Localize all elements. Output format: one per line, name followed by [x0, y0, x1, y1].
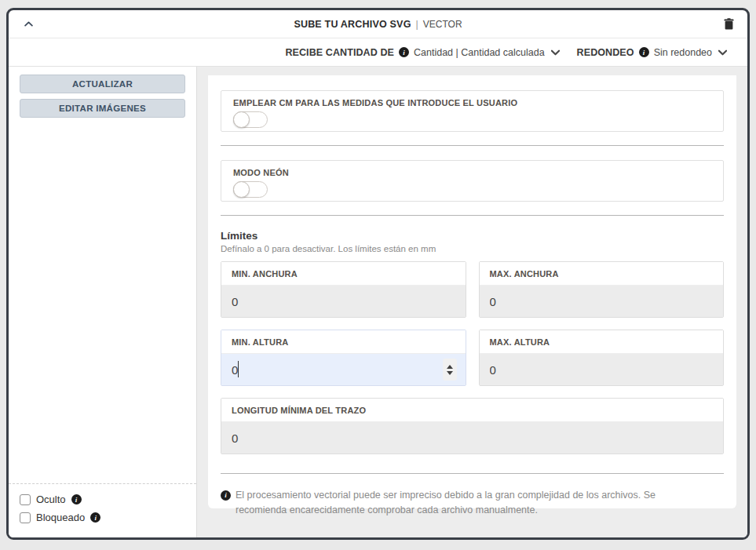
rounding-dropdown[interactable]: REDONDEO i Sin redondeo: [577, 47, 727, 58]
collapse-button[interactable]: [20, 16, 37, 33]
limits-subtitle: Defínalo a 0 para desactivar. Los límite…: [221, 244, 724, 253]
max-width-field: MAX. ANCHURA: [479, 261, 725, 318]
rounding-value: Sin redondeo: [654, 47, 712, 58]
neon-mode-toggle[interactable]: [233, 181, 268, 198]
min-width-input-wrap: [221, 286, 466, 317]
divider: [221, 145, 724, 146]
use-cm-toggle-label: EMPLEAR CM PARA LAS MEDIDAS QUE INTRODUC…: [233, 98, 711, 107]
delete-button[interactable]: [721, 16, 736, 33]
info-icon[interactable]: i: [639, 47, 649, 57]
text-cursor: [238, 361, 239, 377]
neon-mode-toggle-card: MODO NEÓN: [221, 160, 724, 202]
rounding-label: REDONDEO: [577, 47, 634, 58]
locked-checkbox-label: Bloqueado: [36, 512, 85, 523]
sidebar: ACTUALIZAR EDITAR IMÁGENES Oculto i Bloq…: [9, 67, 197, 537]
number-stepper[interactable]: [443, 359, 457, 381]
dialog-title-separator: |: [416, 19, 418, 30]
chevron-down-icon: [718, 49, 727, 56]
quantity-source-value: Cantidad | Cantidad calculada: [414, 47, 545, 58]
min-stroke-length-input[interactable]: [221, 422, 723, 453]
title-bar: SUBE TU ARCHIVO SVG | VECTOR: [9, 10, 747, 38]
use-cm-toggle[interactable]: [233, 111, 268, 128]
limits-fields-grid: MIN. ANCHURA MAX. ANCHURA MIN. ALTURA: [221, 261, 724, 454]
min-stroke-length-field: LONGITUD MÍNIMA DEL TRAZO: [221, 398, 724, 454]
edit-images-button[interactable]: EDITAR IMÁGENES: [20, 99, 185, 118]
min-stroke-length-label: LONGITUD MÍNIMA DEL TRAZO: [221, 399, 723, 422]
sidebar-checkboxes: Oculto i Bloqueado i: [9, 484, 196, 537]
chevron-down-icon: [551, 49, 560, 56]
min-width-field: MIN. ANCHURA: [221, 261, 466, 318]
stepper-down-icon: [447, 371, 453, 375]
options-toolbar: RECIBE CANTIDAD DE i Cantidad | Cantidad…: [9, 38, 747, 67]
min-width-label: MIN. ANCHURA: [221, 262, 466, 286]
dialog-title-main: SUBE TU ARCHIVO SVG: [294, 19, 411, 30]
trash-icon: [724, 18, 734, 30]
sidebar-spacer: [9, 123, 196, 483]
upload-svg-dialog: SUBE TU ARCHIVO SVG | VECTOR RECIBE CANT…: [6, 8, 750, 540]
dialog-title: SUBE TU ARCHIVO SVG | VECTOR: [9, 10, 747, 38]
min-height-field: MIN. ALTURA: [221, 330, 466, 386]
max-height-input[interactable]: [480, 354, 724, 385]
min-height-input-wrap: [221, 354, 466, 385]
min-stroke-length-input-wrap: [221, 422, 723, 453]
max-height-field: MAX. ALTURA: [479, 330, 725, 386]
locked-checkbox-row[interactable]: Bloqueado i: [20, 512, 185, 523]
update-button[interactable]: ACTUALIZAR: [20, 75, 185, 93]
min-height-label: MIN. ALTURA: [221, 330, 466, 354]
max-height-input-wrap: [480, 354, 724, 385]
chevron-up-icon: [24, 21, 33, 27]
info-icon[interactable]: i: [399, 47, 409, 57]
toggle-knob: [233, 111, 250, 128]
hidden-checkbox-row[interactable]: Oculto i: [20, 494, 185, 505]
min-height-input[interactable]: [221, 354, 466, 385]
divider: [221, 473, 724, 474]
main-area: EMPLEAR CM PARA LAS MEDIDAS QUE INTRODUC…: [197, 67, 747, 537]
divider: [221, 215, 724, 216]
use-cm-toggle-card: EMPLEAR CM PARA LAS MEDIDAS QUE INTRODUC…: [221, 90, 724, 132]
hidden-checkbox[interactable]: [20, 494, 31, 505]
neon-mode-toggle-label: MODO NEÓN: [233, 168, 711, 177]
max-width-label: MAX. ANCHURA: [480, 262, 724, 286]
max-width-input[interactable]: [480, 286, 724, 317]
quantity-source-label: RECIBE CANTIDAD DE: [285, 47, 394, 58]
locked-checkbox[interactable]: [20, 512, 31, 523]
dialog-title-suffix: VECTOR: [423, 19, 462, 30]
info-icon: i: [221, 490, 231, 501]
hidden-checkbox-label: Oculto: [36, 494, 66, 505]
max-width-input-wrap: [480, 286, 724, 317]
settings-panel: EMPLEAR CM PARA LAS MEDIDAS QUE INTRODUC…: [208, 75, 736, 508]
stepper-up-icon: [447, 365, 453, 369]
quantity-source-dropdown[interactable]: RECIBE CANTIDAD DE i Cantidad | Cantidad…: [285, 47, 559, 58]
limits-title: Límites: [221, 230, 724, 242]
max-height-label: MAX. ALTURA: [480, 330, 724, 354]
info-icon[interactable]: i: [71, 494, 82, 504]
toggle-knob: [233, 181, 250, 198]
min-width-input[interactable]: [221, 286, 466, 317]
dialog-body: ACTUALIZAR EDITAR IMÁGENES Oculto i Bloq…: [9, 67, 747, 537]
vector-processing-note-text: El procesamiento vectorial puede ser imp…: [236, 488, 700, 519]
info-icon[interactable]: i: [90, 512, 100, 523]
vector-processing-note: i El procesamiento vectorial puede ser i…: [221, 488, 724, 519]
